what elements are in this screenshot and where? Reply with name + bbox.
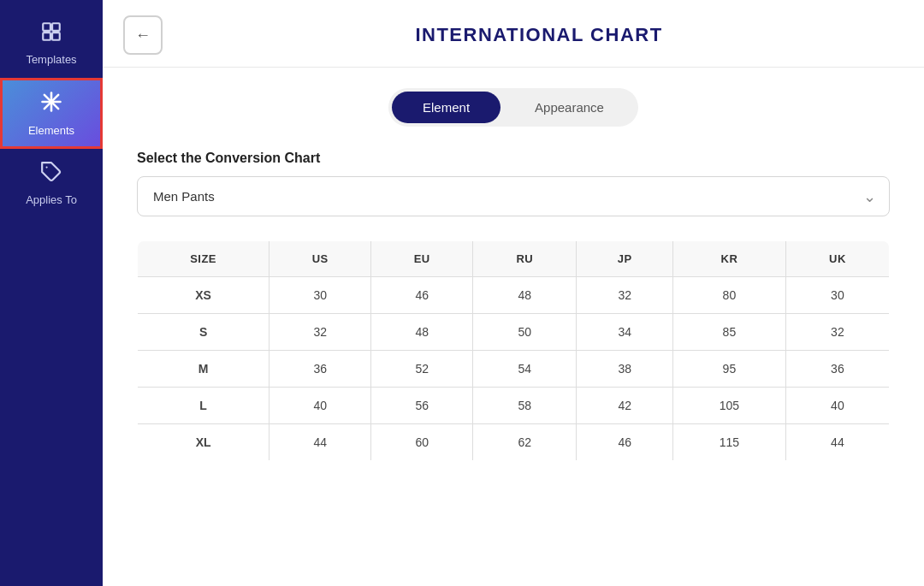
col-header-kr: KR <box>673 241 786 277</box>
cell-r4-c3: 62 <box>473 424 577 461</box>
col-header-uk: UK <box>785 241 889 277</box>
cell-r3-c3: 58 <box>473 388 577 424</box>
col-header-jp: JP <box>577 241 673 277</box>
sidebar-item-applies-to[interactable]: Applies To <box>0 149 103 218</box>
sidebar-item-elements[interactable]: Elements <box>0 78 103 149</box>
elements-icon <box>39 90 63 119</box>
cell-r1-c3: 50 <box>473 314 577 351</box>
cell-r0-c5: 80 <box>673 277 786 314</box>
cell-r3-c1: 40 <box>270 388 371 424</box>
table-body: XS304648328030S324850348532M365254389536… <box>138 277 890 461</box>
cell-r3-c5: 105 <box>673 388 786 424</box>
cell-r2-c3: 54 <box>473 351 577 388</box>
cell-r2-c4: 38 <box>577 351 673 388</box>
tabs-container: Element Appearance <box>137 88 890 127</box>
table-row: M365254389536 <box>138 351 890 388</box>
col-header-eu: EU <box>371 241 473 277</box>
table-header-row: SIZE US EU RU JP KR UK <box>138 241 890 277</box>
main-content: ← INTERNATIONAL CHART Element Appearance… <box>103 0 924 586</box>
cell-r1-c6: 32 <box>785 314 889 351</box>
cell-r2-c6: 36 <box>785 351 889 388</box>
cell-r0-c4: 32 <box>577 277 673 314</box>
table-row: L4056584210540 <box>138 388 890 424</box>
page-title: INTERNATIONAL CHART <box>180 24 898 46</box>
table-row: S324850348532 <box>138 314 890 351</box>
cell-r0-c3: 48 <box>473 277 577 314</box>
cell-r4-c1: 44 <box>270 424 371 461</box>
cell-r0-c2: 46 <box>371 277 473 314</box>
cell-r0-c0: XS <box>138 277 270 314</box>
cell-r3-c6: 40 <box>785 388 889 424</box>
table-row: XS304648328030 <box>138 277 890 314</box>
cell-r0-c1: 30 <box>270 277 371 314</box>
table-head: SIZE US EU RU JP KR UK <box>138 241 890 277</box>
cell-r4-c4: 46 <box>577 424 673 461</box>
tab-group: Element Appearance <box>388 88 638 127</box>
conversion-chart-dropdown[interactable]: Men Pants Women Pants Men Shirts Women T… <box>137 176 890 216</box>
svg-rect-1 <box>52 23 60 31</box>
cell-r2-c0: M <box>138 351 270 388</box>
tab-appearance[interactable]: Appearance <box>504 92 635 123</box>
col-header-us: US <box>270 241 371 277</box>
cell-r1-c4: 34 <box>577 314 673 351</box>
content-area: Element Appearance Select the Conversion… <box>103 68 924 586</box>
sidebar-applies-to-label: Applies To <box>26 193 77 206</box>
cell-r0-c6: 30 <box>785 277 889 314</box>
templates-icon <box>40 21 62 48</box>
cell-r3-c2: 56 <box>371 388 473 424</box>
back-button[interactable]: ← <box>123 15 163 55</box>
svg-rect-0 <box>43 23 50 31</box>
cell-r1-c1: 32 <box>270 314 371 351</box>
col-header-size: SIZE <box>138 241 270 277</box>
cell-r4-c2: 60 <box>371 424 473 461</box>
sidebar-item-templates[interactable]: Templates <box>0 9 103 78</box>
svg-rect-3 <box>52 33 60 40</box>
cell-r2-c2: 52 <box>371 351 473 388</box>
cell-r3-c4: 42 <box>577 388 673 424</box>
applies-to-icon <box>40 161 62 188</box>
table-row: XL4460624611544 <box>138 424 890 461</box>
conversion-table: SIZE US EU RU JP KR UK XS304648328030S32… <box>137 240 890 461</box>
cell-r4-c6: 44 <box>785 424 889 461</box>
cell-r1-c5: 85 <box>673 314 786 351</box>
cell-r3-c0: L <box>138 388 270 424</box>
svg-rect-2 <box>43 33 50 40</box>
tab-element[interactable]: Element <box>392 92 500 123</box>
page-header: ← INTERNATIONAL CHART <box>103 0 924 68</box>
cell-r1-c0: S <box>138 314 270 351</box>
cell-r2-c5: 95 <box>673 351 786 388</box>
cell-r2-c1: 36 <box>270 351 371 388</box>
col-header-ru: RU <box>473 241 577 277</box>
dropdown-wrapper: Men Pants Women Pants Men Shirts Women T… <box>137 176 890 216</box>
sidebar: Templates Elements Applies To <box>0 0 103 586</box>
sidebar-templates-label: Templates <box>26 53 76 66</box>
sidebar-elements-label: Elements <box>28 124 74 137</box>
cell-r4-c0: XL <box>138 424 270 461</box>
select-label: Select the Conversion Chart <box>137 151 890 166</box>
cell-r4-c5: 115 <box>673 424 786 461</box>
cell-r1-c2: 48 <box>371 314 473 351</box>
